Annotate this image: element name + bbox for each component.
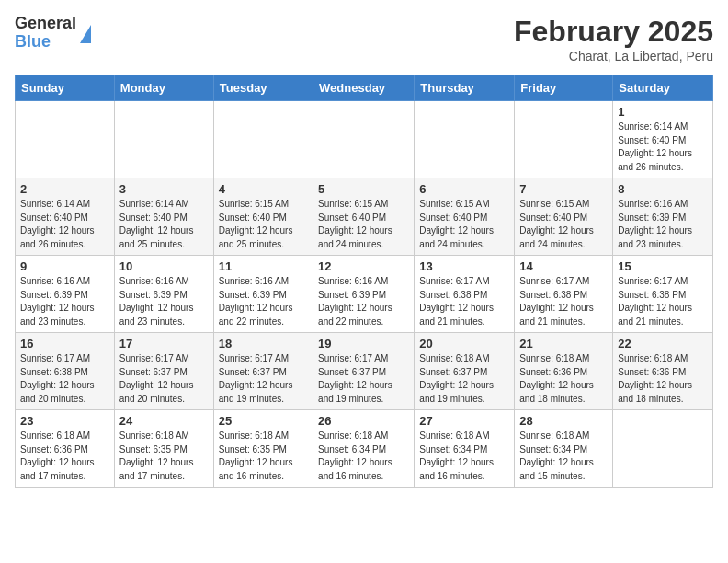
day-info: Sunrise: 6:18 AM Sunset: 6:34 PM Dayligh…	[419, 430, 509, 483]
day-info: Sunrise: 6:18 AM Sunset: 6:34 PM Dayligh…	[519, 430, 608, 483]
logo-text: General Blue	[15, 15, 76, 52]
day-info: Sunrise: 6:18 AM Sunset: 6:36 PM Dayligh…	[20, 430, 109, 483]
logo-triangle-icon	[80, 25, 91, 43]
logo-blue: Blue	[15, 33, 76, 52]
day-number: 17	[119, 337, 209, 350]
day-number: 22	[618, 337, 708, 350]
page-header: General Blue February 2025 Charat, La Li…	[15, 15, 713, 63]
calendar-cell: 10Sunrise: 6:16 AM Sunset: 6:39 PM Dayli…	[114, 256, 213, 333]
day-info: Sunrise: 6:18 AM Sunset: 6:34 PM Dayligh…	[318, 430, 409, 483]
calendar-cell: 6Sunrise: 6:15 AM Sunset: 6:40 PM Daylig…	[415, 178, 515, 256]
day-number: 5	[318, 182, 409, 196]
weekday-header-friday: Friday	[515, 75, 613, 101]
day-number: 27	[419, 414, 509, 428]
calendar-cell: 13Sunrise: 6:17 AM Sunset: 6:38 PM Dayli…	[415, 256, 515, 333]
day-info: Sunrise: 6:17 AM Sunset: 6:38 PM Dayligh…	[618, 275, 708, 328]
calendar-cell	[613, 410, 713, 488]
calendar-cell: 22Sunrise: 6:18 AM Sunset: 6:36 PM Dayli…	[613, 333, 713, 410]
day-number: 9	[20, 259, 109, 273]
weekday-header-thursday: Thursday	[415, 75, 515, 101]
day-info: Sunrise: 6:15 AM Sunset: 6:40 PM Dayligh…	[519, 198, 608, 251]
day-number: 12	[318, 259, 409, 273]
calendar-cell: 23Sunrise: 6:18 AM Sunset: 6:36 PM Dayli…	[16, 410, 115, 488]
calendar-cell: 7Sunrise: 6:15 AM Sunset: 6:40 PM Daylig…	[515, 178, 613, 256]
calendar-cell: 28Sunrise: 6:18 AM Sunset: 6:34 PM Dayli…	[515, 410, 613, 488]
day-info: Sunrise: 6:15 AM Sunset: 6:40 PM Dayligh…	[219, 198, 308, 251]
day-info: Sunrise: 6:16 AM Sunset: 6:39 PM Dayligh…	[318, 275, 409, 328]
week-row-1: 1Sunrise: 6:14 AM Sunset: 6:40 PM Daylig…	[16, 101, 713, 178]
weekday-header-sunday: Sunday	[16, 75, 115, 101]
calendar-table: SundayMondayTuesdayWednesdayThursdayFrid…	[15, 75, 713, 488]
day-number: 7	[519, 182, 608, 196]
title-block: February 2025 Charat, La Libertad, Peru	[514, 15, 713, 63]
day-info: Sunrise: 6:17 AM Sunset: 6:38 PM Dayligh…	[20, 352, 109, 406]
calendar-cell: 26Sunrise: 6:18 AM Sunset: 6:34 PM Dayli…	[313, 410, 415, 488]
day-number: 4	[219, 182, 308, 196]
calendar-cell: 4Sunrise: 6:15 AM Sunset: 6:40 PM Daylig…	[213, 178, 313, 256]
calendar-cell	[313, 101, 415, 178]
day-info: Sunrise: 6:18 AM Sunset: 6:37 PM Dayligh…	[419, 352, 509, 406]
day-info: Sunrise: 6:17 AM Sunset: 6:38 PM Dayligh…	[519, 275, 608, 328]
weekday-header-wednesday: Wednesday	[313, 75, 415, 101]
calendar-cell: 24Sunrise: 6:18 AM Sunset: 6:35 PM Dayli…	[114, 410, 213, 488]
calendar-cell	[213, 101, 313, 178]
weekday-header-tuesday: Tuesday	[213, 75, 313, 101]
calendar-cell: 17Sunrise: 6:17 AM Sunset: 6:37 PM Dayli…	[114, 333, 213, 410]
location-subtitle: Charat, La Libertad, Peru	[514, 49, 713, 63]
day-info: Sunrise: 6:14 AM Sunset: 6:40 PM Dayligh…	[119, 198, 209, 251]
day-number: 23	[20, 414, 109, 428]
day-number: 8	[618, 182, 708, 196]
week-row-4: 16Sunrise: 6:17 AM Sunset: 6:38 PM Dayli…	[16, 333, 713, 410]
week-row-3: 9Sunrise: 6:16 AM Sunset: 6:39 PM Daylig…	[16, 256, 713, 333]
calendar-cell: 11Sunrise: 6:16 AM Sunset: 6:39 PM Dayli…	[213, 256, 313, 333]
day-number: 20	[419, 337, 509, 350]
logo: General Blue	[15, 15, 91, 52]
calendar-cell: 18Sunrise: 6:17 AM Sunset: 6:37 PM Dayli…	[213, 333, 313, 410]
calendar-header: SundayMondayTuesdayWednesdayThursdayFrid…	[16, 75, 713, 101]
day-number: 10	[119, 259, 209, 273]
calendar-cell: 16Sunrise: 6:17 AM Sunset: 6:38 PM Dayli…	[16, 333, 115, 410]
calendar-cell: 14Sunrise: 6:17 AM Sunset: 6:38 PM Dayli…	[515, 256, 613, 333]
calendar-cell: 27Sunrise: 6:18 AM Sunset: 6:34 PM Dayli…	[415, 410, 515, 488]
day-number: 11	[219, 259, 308, 273]
day-number: 21	[519, 337, 608, 350]
weekday-row: SundayMondayTuesdayWednesdayThursdayFrid…	[16, 75, 713, 101]
calendar-cell: 19Sunrise: 6:17 AM Sunset: 6:37 PM Dayli…	[313, 333, 415, 410]
calendar-cell: 1Sunrise: 6:14 AM Sunset: 6:40 PM Daylig…	[613, 101, 713, 178]
calendar-body: 1Sunrise: 6:14 AM Sunset: 6:40 PM Daylig…	[16, 101, 713, 488]
calendar-cell	[415, 101, 515, 178]
calendar-cell: 12Sunrise: 6:16 AM Sunset: 6:39 PM Dayli…	[313, 256, 415, 333]
day-info: Sunrise: 6:18 AM Sunset: 6:36 PM Dayligh…	[519, 352, 608, 406]
calendar-cell: 20Sunrise: 6:18 AM Sunset: 6:37 PM Dayli…	[415, 333, 515, 410]
logo-general: General	[15, 15, 76, 33]
calendar-cell	[515, 101, 613, 178]
day-number: 24	[119, 414, 209, 428]
day-info: Sunrise: 6:16 AM Sunset: 6:39 PM Dayligh…	[219, 275, 308, 328]
day-info: Sunrise: 6:14 AM Sunset: 6:40 PM Dayligh…	[618, 121, 708, 174]
day-info: Sunrise: 6:15 AM Sunset: 6:40 PM Dayligh…	[419, 198, 509, 251]
day-info: Sunrise: 6:16 AM Sunset: 6:39 PM Dayligh…	[119, 275, 209, 328]
day-number: 2	[20, 182, 109, 196]
day-number: 14	[519, 259, 608, 273]
month-title: February 2025	[514, 15, 713, 49]
day-number: 3	[119, 182, 209, 196]
weekday-header-saturday: Saturday	[613, 75, 713, 101]
day-number: 19	[318, 337, 409, 350]
day-number: 18	[219, 337, 308, 350]
day-info: Sunrise: 6:18 AM Sunset: 6:36 PM Dayligh…	[618, 352, 708, 406]
calendar-cell: 21Sunrise: 6:18 AM Sunset: 6:36 PM Dayli…	[515, 333, 613, 410]
day-info: Sunrise: 6:17 AM Sunset: 6:37 PM Dayligh…	[219, 352, 308, 406]
calendar-cell: 2Sunrise: 6:14 AM Sunset: 6:40 PM Daylig…	[16, 178, 115, 256]
day-number: 28	[519, 414, 608, 428]
calendar-cell	[114, 101, 213, 178]
day-info: Sunrise: 6:14 AM Sunset: 6:40 PM Dayligh…	[20, 198, 109, 251]
calendar-cell: 15Sunrise: 6:17 AM Sunset: 6:38 PM Dayli…	[613, 256, 713, 333]
day-info: Sunrise: 6:16 AM Sunset: 6:39 PM Dayligh…	[618, 198, 708, 251]
day-info: Sunrise: 6:17 AM Sunset: 6:37 PM Dayligh…	[318, 352, 409, 406]
day-info: Sunrise: 6:15 AM Sunset: 6:40 PM Dayligh…	[318, 198, 409, 251]
calendar-cell: 25Sunrise: 6:18 AM Sunset: 6:35 PM Dayli…	[213, 410, 313, 488]
calendar-cell: 3Sunrise: 6:14 AM Sunset: 6:40 PM Daylig…	[114, 178, 213, 256]
day-number: 25	[219, 414, 308, 428]
day-number: 13	[419, 259, 509, 273]
calendar-cell: 5Sunrise: 6:15 AM Sunset: 6:40 PM Daylig…	[313, 178, 415, 256]
